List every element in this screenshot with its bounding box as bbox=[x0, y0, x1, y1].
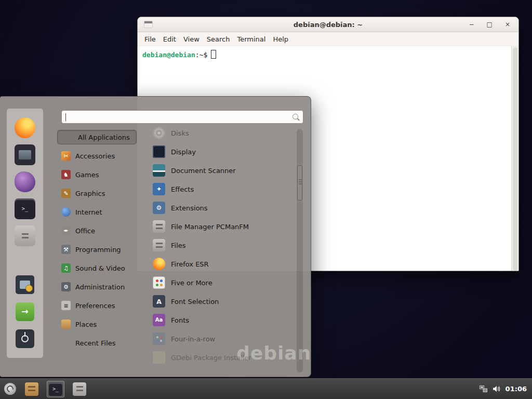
category-programming[interactable]: Programming bbox=[57, 240, 147, 259]
display-icon bbox=[153, 145, 165, 158]
app-label: Files bbox=[171, 242, 186, 249]
prompt-path: :~$ bbox=[195, 51, 207, 59]
app-firefox-esr[interactable]: Firefox ESR bbox=[149, 255, 296, 273]
preferences-icon bbox=[61, 301, 71, 310]
terminal-icon bbox=[49, 382, 62, 396]
files-icon bbox=[153, 239, 165, 251]
maximize-button[interactable]: □ bbox=[487, 21, 493, 28]
category-graphics[interactable]: Graphics bbox=[57, 184, 147, 203]
app-label: Font Selection bbox=[171, 298, 219, 305]
app-files[interactable]: Files bbox=[149, 236, 296, 255]
system-tray: 01:06 bbox=[480, 385, 532, 393]
app-gdebi-package-installer[interactable]: GDebi Package Installer bbox=[149, 348, 296, 367]
app-font-selection[interactable]: Font Selection bbox=[149, 292, 296, 311]
category-accessories[interactable]: Accessories bbox=[57, 147, 147, 165]
taskbar-files[interactable] bbox=[71, 381, 88, 397]
shutdown-button[interactable] bbox=[12, 327, 37, 351]
menu-search-input[interactable] bbox=[65, 112, 290, 123]
menu-search[interactable]: Search bbox=[203, 34, 234, 45]
category-label: Graphics bbox=[75, 190, 105, 197]
terminal-title: debian@debian: ~ bbox=[138, 21, 518, 29]
app-label: Document Scanner bbox=[171, 167, 236, 175]
volume-icon[interactable] bbox=[493, 385, 500, 392]
favorite-image-viewer[interactable] bbox=[12, 143, 37, 167]
terminal-scrollbar-thumb[interactable] bbox=[513, 47, 517, 271]
places-folder-icon bbox=[61, 320, 71, 329]
category-label: All Applications bbox=[78, 134, 130, 141]
favorite-mascot-app[interactable] bbox=[12, 170, 37, 194]
menu-edit[interactable]: Edit bbox=[159, 34, 180, 45]
category-label: Internet bbox=[75, 208, 102, 216]
taskbar-terminal[interactable] bbox=[47, 381, 64, 397]
category-internet[interactable]: Internet bbox=[57, 203, 147, 221]
app-disks[interactable]: Disks bbox=[149, 124, 296, 142]
four-in-a-row-icon bbox=[153, 332, 165, 345]
app-document-scanner[interactable]: Document Scanner bbox=[149, 161, 296, 180]
category-administration[interactable]: Administration bbox=[57, 277, 147, 296]
network-icon[interactable] bbox=[480, 385, 487, 392]
category-label: Games bbox=[75, 171, 99, 179]
category-all-applications[interactable]: All Applications bbox=[57, 130, 137, 144]
app-effects[interactable]: Effects bbox=[149, 180, 296, 198]
category-label: Office bbox=[75, 227, 95, 235]
programming-icon bbox=[61, 245, 71, 254]
disks-icon bbox=[153, 127, 165, 139]
category-label: Places bbox=[75, 321, 97, 328]
favorite-terminal[interactable] bbox=[12, 197, 37, 221]
files-icon bbox=[73, 382, 86, 396]
menu-view[interactable]: View bbox=[180, 34, 203, 45]
category-label: Accessories bbox=[75, 152, 115, 160]
close-button[interactable]: × bbox=[505, 21, 510, 28]
menu-terminal[interactable]: Terminal bbox=[233, 34, 269, 45]
category-places[interactable]: Places bbox=[57, 315, 147, 334]
favorite-firefox[interactable] bbox=[12, 116, 37, 140]
app-fonts[interactable]: Fonts bbox=[149, 311, 296, 329]
menu-scrollbar[interactable] bbox=[297, 129, 303, 373]
menu-scrollbar-thumb[interactable] bbox=[297, 165, 302, 201]
favorite-file-manager[interactable] bbox=[12, 224, 37, 248]
fonts-icon bbox=[153, 314, 165, 326]
extensions-icon bbox=[153, 202, 165, 214]
app-extensions[interactable]: Extensions bbox=[149, 198, 296, 217]
terminal-menubar: File Edit View Search Terminal Help bbox=[138, 32, 518, 46]
internet-icon bbox=[61, 207, 71, 217]
terminal-window-icon bbox=[144, 21, 153, 28]
distro-logo-icon bbox=[4, 383, 16, 395]
lock-screen-button[interactable] bbox=[12, 273, 37, 297]
menu-button[interactable] bbox=[0, 379, 20, 399]
app-four-in-a-row[interactable]: Four-in-a-row bbox=[149, 329, 296, 348]
logout-button[interactable] bbox=[12, 300, 37, 324]
desktop: debian@debian: ~ − □ × File Edit View Se… bbox=[0, 0, 532, 399]
image-viewer-icon bbox=[15, 144, 35, 165]
terminal-cursor bbox=[211, 50, 216, 59]
favorites-panel bbox=[6, 108, 44, 358]
category-office[interactable]: Office bbox=[57, 221, 147, 240]
app-label: Effects bbox=[171, 185, 194, 193]
category-games[interactable]: Games bbox=[57, 165, 147, 184]
minimize-button[interactable]: − bbox=[469, 21, 474, 28]
office-icon bbox=[61, 226, 71, 235]
administration-icon bbox=[61, 282, 71, 291]
category-sound-video[interactable]: Sound & Video bbox=[57, 259, 147, 277]
taskbar-file-manager[interactable] bbox=[23, 381, 41, 397]
menu-help[interactable]: Help bbox=[269, 34, 292, 45]
menu-search-box[interactable] bbox=[61, 110, 303, 124]
taskbar: 01:06 bbox=[0, 378, 532, 399]
app-label: Firefox ESR bbox=[171, 260, 209, 268]
category-label: Recent Files bbox=[75, 339, 116, 347]
app-label: Display bbox=[171, 148, 196, 156]
terminal-scrollbar[interactable] bbox=[511, 46, 518, 271]
effects-icon bbox=[153, 183, 165, 195]
menu-file[interactable]: File bbox=[141, 34, 159, 45]
category-recent-files[interactable]: Recent Files bbox=[57, 334, 147, 352]
logout-icon bbox=[16, 302, 34, 321]
search-icon bbox=[292, 114, 298, 119]
font-selection-icon bbox=[153, 295, 165, 308]
app-display[interactable]: Display bbox=[149, 142, 296, 161]
app-label: GDebi Package Installer bbox=[171, 354, 251, 362]
terminal-titlebar[interactable]: debian@debian: ~ − □ × bbox=[138, 17, 518, 32]
category-preferences[interactable]: Preferences bbox=[57, 296, 147, 315]
app-file-manager-pcmanfm[interactable]: File Manager PCManFM bbox=[149, 217, 296, 236]
clock[interactable]: 01:06 bbox=[506, 385, 527, 393]
app-five-or-more[interactable]: Five or More bbox=[149, 273, 296, 292]
